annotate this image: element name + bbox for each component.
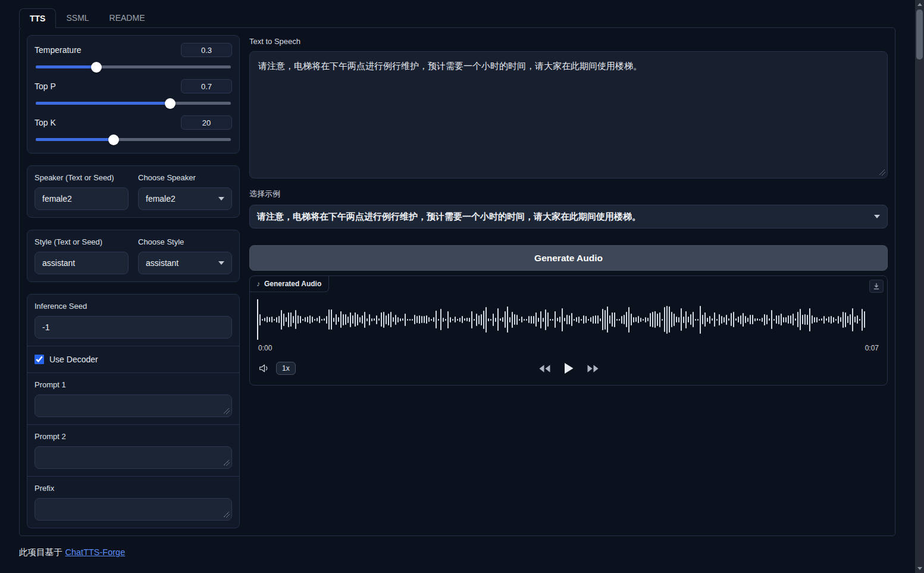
playback-controls: 1x [258,360,879,377]
examples-dropdown[interactable]: 请注意，电梯将在下午两点进行例行维护，预计需要一个小时的时间，请大家在此期间使用… [249,205,888,228]
temperature-slider-handle[interactable] [91,62,102,73]
footer-text: 此项目基于 [19,547,62,557]
divider [27,476,239,477]
left-column: Temperature Top P [27,35,240,528]
play-icon [563,362,574,374]
inference-seed-input[interactable] [35,316,232,339]
generated-audio-title: ♪ Generated Audio [250,276,329,292]
playback-speed-button[interactable]: 1x [276,362,296,375]
right-column: Text to Speech 请注意，电梯将在下午两点进行例行维护，预计需要一个… [249,35,888,528]
duration: 0:07 [865,344,879,352]
style-panel: Style (Text or Seed) Choose Style assist… [27,230,240,282]
top-p-slider-handle[interactable] [165,98,176,109]
scrollbar[interactable] [915,0,924,573]
top-k-slider[interactable] [36,138,231,141]
tab-tts[interactable]: TTS [19,8,56,28]
use-decoder-row[interactable]: Use Decoder [35,353,232,365]
waveform[interactable] [257,299,880,340]
chevron-down-icon [218,261,224,265]
chevron-down-icon [874,215,880,218]
temperature-slider[interactable] [36,65,231,68]
choose-style-label: Choose Style [138,237,232,246]
current-time: 0:00 [258,344,272,352]
app-page: TTS SSML README Temperature [0,0,924,573]
choose-speaker-dropdown[interactable]: female2 [138,187,232,210]
top-k-label: Top K [35,118,56,127]
volume-icon [258,363,271,374]
top-k-number-input[interactable] [181,115,232,130]
top-p-slider[interactable] [36,102,231,105]
top-k-group: Top K [35,115,232,141]
music-note-icon: ♪ [256,280,260,288]
use-decoder-checkbox[interactable] [35,355,44,364]
use-decoder-label: Use Decoder [49,355,98,364]
generated-audio-panel: ♪ Generated Audio 0:00 [249,275,888,386]
divider [27,346,239,346]
time-row: 0:00 0:07 [258,344,879,352]
text-to-speech-textarea[interactable]: 请注意，电梯将在下午两点进行例行维护，预计需要一个小时的时间，请大家在此期间使用… [249,51,888,179]
speaker-panel: Speaker (Text or Seed) Choose Speaker fe… [27,165,240,218]
prefix-textarea[interactable] [35,498,232,521]
tab-readme[interactable]: README [99,8,155,27]
tts-tab-content: Temperature Top P [19,27,895,536]
choose-speaker-value: female2 [146,194,176,203]
scrollbar-down-arrow[interactable] [915,564,924,573]
temperature-label: Temperature [35,45,82,55]
divider [27,372,239,373]
generate-audio-button[interactable]: Generate Audio [249,245,888,271]
scrollbar-up-arrow[interactable] [915,0,924,9]
chevron-down-icon [218,197,224,201]
prompt2-textarea[interactable] [35,446,232,469]
prompt2-label: Prompt 2 [35,432,232,441]
rewind-button[interactable] [538,364,551,373]
download-icon [873,283,880,290]
volume-button[interactable] [258,363,271,374]
play-button[interactable] [563,362,574,374]
advanced-panel: Inference Seed Use Decoder Prompt 1 Prom… [27,294,240,528]
download-audio-button[interactable] [869,280,884,293]
divider [27,424,239,425]
prompt1-textarea[interactable] [35,394,232,417]
tab-ssml[interactable]: SSML [56,8,99,27]
choose-speaker-label: Choose Speaker [138,173,232,182]
footer: 此项目基于ChatTTS-Forge [19,547,895,558]
sampling-params-panel: Temperature Top P [27,35,240,154]
rewind-icon [538,364,551,373]
fast-forward-button[interactable] [586,364,599,373]
prefix-label: Prefix [35,484,232,493]
inference-seed-label: Inference Seed [35,302,232,311]
examples-label: 选择示例 [249,189,888,199]
scrollbar-thumb[interactable] [916,10,923,60]
generated-audio-title-text: Generated Audio [264,280,321,288]
top-p-label: Top P [35,82,56,91]
temperature-group: Temperature [35,43,232,68]
temperature-number-input[interactable] [181,43,232,57]
waveform-bars [257,299,880,340]
speaker-text-label: Speaker (Text or Seed) [35,173,129,182]
playhead-cursor[interactable] [257,299,258,340]
top-k-slider-handle[interactable] [108,134,119,145]
choose-style-value: assistant [146,258,178,268]
speaker-text-input[interactable] [35,187,129,210]
chattts-forge-link[interactable]: ChatTTS-Forge [65,547,126,557]
fast-forward-icon [586,364,599,373]
top-p-group: Top P [35,79,232,105]
style-text-input[interactable] [35,252,129,274]
examples-selected-value: 请注意，电梯将在下午两点进行例行维护，预计需要一个小时的时间，请大家在此期间使用… [257,211,641,223]
prompt1-label: Prompt 1 [35,380,232,389]
text-to-speech-label: Text to Speech [249,37,888,46]
choose-style-dropdown[interactable]: assistant [138,252,232,274]
tab-bar: TTS SSML README [19,8,895,27]
style-text-label: Style (Text or Seed) [35,237,129,246]
top-p-number-input[interactable] [181,79,232,93]
